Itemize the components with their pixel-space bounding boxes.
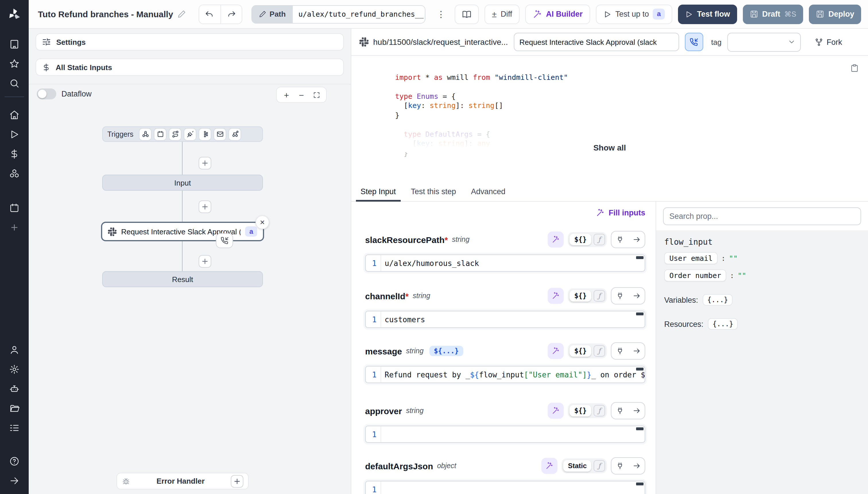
plug-icon[interactable] [611,343,628,359]
result-node[interactable]: Result [102,271,263,287]
ai-builder-button[interactable]: AI Builder [525,4,590,24]
workspace-icon[interactable] [9,39,20,50]
hub-path[interactable]: hub/11500/slack/request_interactive... [359,37,508,46]
test-up-to-button[interactable]: Test up to a [596,4,672,24]
schedules-icon[interactable] [9,203,20,213]
resources-icon[interactable] [9,168,20,179]
fullscreen-button[interactable] [309,91,324,98]
tab-advanced[interactable]: Advanced [471,187,506,201]
zoom-out-button[interactable]: − [294,90,309,100]
redo-button[interactable] [220,5,241,23]
tab-step-input[interactable]: Step Input [360,187,396,201]
folders-icon[interactable] [9,403,20,414]
search-prop-input[interactable] [663,207,861,225]
javascript-mode-button[interactable]: ƒ [594,345,605,357]
websocket-trigger-icon[interactable] [184,128,197,140]
field-editor[interactable]: 1 customers [365,311,645,328]
template-mode-button[interactable]: ${} [570,345,591,357]
path-field[interactable]: Path u/alex/tuto_refund_branches__ [251,5,425,23]
template-mode-button[interactable]: ${} [570,405,591,416]
plug-icon[interactable] [611,231,628,248]
ai-fill-button[interactable] [548,403,564,419]
arrow-right-icon[interactable] [628,458,645,474]
draft-button[interactable]: Draft ⌘S [743,4,803,24]
windmill-logo[interactable] [0,0,29,28]
dataflow-toggle[interactable] [37,89,56,99]
javascript-mode-button[interactable]: ƒ [594,405,605,416]
poll-trigger-icon[interactable] [229,128,241,140]
template-mode-button[interactable]: ${} [570,290,591,302]
add-error-handler-icon[interactable] [231,475,243,488]
triggers-node[interactable]: Triggers [102,126,263,142]
edit-title-icon[interactable] [177,10,186,18]
fill-inputs-button[interactable]: Fill inputs [596,209,646,217]
prop-name-pill[interactable]: User email [664,252,718,264]
settings-gear-icon[interactable] [9,364,20,375]
schedule-trigger-icon[interactable] [154,128,167,140]
plug-icon[interactable] [611,288,628,304]
deploy-button[interactable]: Deploy [809,4,861,24]
user-icon[interactable] [9,345,20,355]
email-trigger-icon[interactable] [214,128,226,140]
prop-name-pill[interactable]: Order number [664,269,727,282]
ai-fill-button[interactable] [548,231,564,248]
variables-icon[interactable] [9,149,20,159]
add-step-button[interactable] [199,201,211,213]
test-flow-button[interactable]: Test flow [678,4,737,24]
arrow-right-icon[interactable] [628,231,645,248]
javascript-mode-button[interactable]: ƒ [594,290,605,302]
static-mode-button[interactable]: Static [564,460,591,472]
kafka-trigger-icon[interactable] [199,128,212,140]
prop-user-email[interactable]: User email : "" [664,252,860,264]
fork-button[interactable]: Fork [815,38,842,46]
tag-select[interactable] [727,33,801,52]
path-value[interactable]: u/alex/tuto_refund_branches__ [293,5,425,23]
add-step-button[interactable] [199,255,211,268]
more-menu-icon[interactable]: ⋮ [433,5,449,23]
ai-fill-button[interactable] [541,458,558,474]
template-mode-button[interactable]: ${} [570,234,591,245]
plug-icon[interactable] [611,403,628,419]
arrow-right-icon[interactable] [628,403,645,419]
field-editor[interactable]: 1 Refund request by _${flow_input["User … [365,366,645,383]
expand-rail-icon[interactable] [9,476,20,486]
slack-approval-node[interactable]: Request Interactive Slack Approval (... … [101,222,264,241]
tab-test-this-step[interactable]: Test this step [411,187,456,201]
copy-code-icon[interactable] [850,64,859,72]
suspend-approval-button[interactable] [685,33,703,51]
undo-button[interactable] [199,5,220,23]
code-editor[interactable]: import * as wmill from "windmill-client"… [351,56,868,183]
favorites-star-icon[interactable] [9,59,20,69]
diff-button[interactable]: ± Diff [485,4,520,24]
javascript-mode-button[interactable]: ƒ [594,460,605,472]
field-editor[interactable]: 1 [365,481,645,494]
help-icon[interactable] [9,456,20,467]
error-handler-node[interactable]: Error Handler [117,473,249,489]
zoom-in-button[interactable]: + [279,90,294,100]
field-editor[interactable]: 1 [365,426,645,443]
plug-icon[interactable] [611,458,628,474]
docs-button[interactable] [455,4,479,24]
input-node[interactable]: Input [102,175,263,191]
all-static-inputs-button[interactable]: All Static Inputs [36,59,344,76]
add-step-button[interactable] [199,157,211,169]
search-icon[interactable] [9,78,20,89]
show-all-button[interactable]: Show all [593,143,626,152]
field-editor[interactable]: 1 u/alex/humorous_slack [365,254,645,272]
arrow-right-icon[interactable] [628,343,645,359]
ai-fill-button[interactable] [548,288,564,304]
workers-robot-icon[interactable] [9,384,20,394]
prop-order-number[interactable]: Order number : "" [664,269,860,282]
arrow-right-icon[interactable] [628,288,645,304]
resources-expand-pill[interactable]: {...} [708,318,738,330]
remove-step-icon[interactable]: ✕ [255,215,269,229]
audit-logs-icon[interactable] [9,423,20,433]
variables-expand-pill[interactable]: {...} [703,294,732,306]
home-icon[interactable] [9,110,20,120]
add-icon[interactable] [9,222,20,233]
http-route-trigger-icon[interactable] [169,128,182,140]
ai-fill-button[interactable] [548,343,564,359]
step-name-input[interactable] [514,33,679,51]
javascript-mode-button[interactable]: ƒ [594,234,605,245]
flow-settings-button[interactable]: Settings [36,33,344,51]
